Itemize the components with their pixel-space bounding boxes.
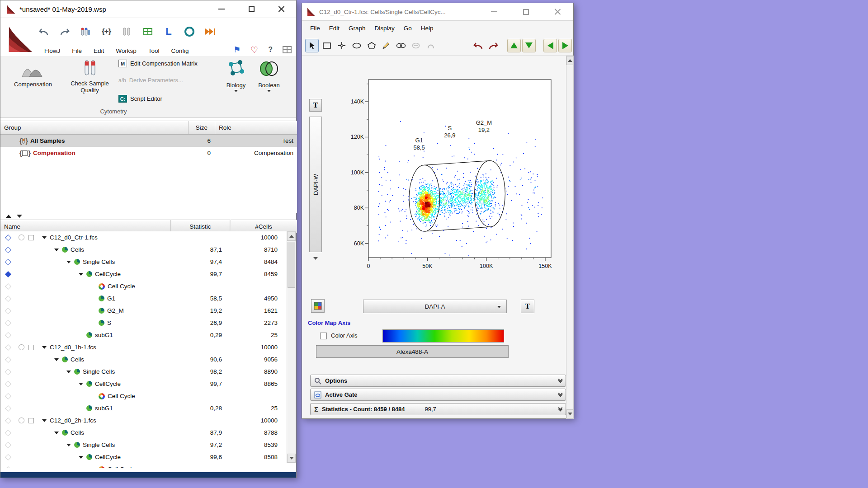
boolean-menu-button[interactable]: Boolean	[254, 59, 284, 92]
group-row[interactable]: Compensation0Compensation	[0, 147, 297, 159]
minimize-button[interactable]	[207, 0, 236, 18]
tree-node[interactable]: CellCycle	[79, 380, 121, 387]
scroll-down-button[interactable]	[287, 454, 296, 463]
tree-row[interactable]: subG10,2825	[0, 402, 287, 414]
select-tool-button[interactable]	[305, 39, 319, 52]
scroll-up-button[interactable]	[566, 56, 573, 65]
edit-compensation-matrix-button[interactable]: M Edit Compensation Matrix	[118, 60, 198, 67]
scroll-up-button[interactable]	[287, 232, 296, 241]
selection-diamond-icon[interactable]	[5, 429, 11, 436]
tree-row[interactable]: Cells90,69056	[0, 353, 287, 366]
tree-row[interactable]: Single Cells97,48484	[0, 256, 287, 268]
cells-col-header[interactable]: #Cells	[230, 220, 297, 233]
scroll-down-button[interactable]	[566, 409, 573, 418]
ribbon-tab-config[interactable]: Config	[165, 46, 195, 56]
menu-help[interactable]: Help	[416, 25, 438, 32]
graph-scrollbar[interactable]	[566, 56, 574, 419]
maximize-button[interactable]	[236, 0, 266, 18]
selection-diamond-icon[interactable]	[5, 332, 11, 338]
expand-caret-icon[interactable]	[79, 456, 83, 459]
size-col-header[interactable]: Size	[189, 121, 215, 134]
expand-caret-icon[interactable]	[66, 261, 71, 263]
tree-node[interactable]: Cell Cycle	[91, 393, 135, 399]
menu-go[interactable]: Go	[399, 25, 416, 32]
check-sample-quality-button[interactable]: Check Sample Quality	[68, 60, 111, 94]
selection-diamond-icon[interactable]	[5, 380, 11, 387]
tree-node[interactable]: CellCycle	[79, 454, 121, 460]
rectangle-gate-tool[interactable]	[320, 39, 334, 52]
batch-button[interactable]	[203, 24, 217, 39]
group-col-header[interactable]: Group	[0, 121, 189, 134]
quad-gate-tool[interactable]	[335, 39, 349, 52]
expand-caret-icon[interactable]	[42, 419, 47, 422]
tree-node[interactable]: Cell Cycle	[91, 466, 135, 468]
tree-node[interactable]: Single Cells	[66, 441, 115, 448]
tree-row[interactable]: C12_d0_2h-1.fcs10000	[0, 414, 287, 427]
tree-node[interactable]: S	[91, 319, 111, 326]
graph-redo-button[interactable]	[486, 39, 500, 52]
menu-graph[interactable]: Graph	[344, 25, 370, 32]
tree-node[interactable]: C12_d0_1h-1.fcs	[42, 344, 96, 351]
tree-row[interactable]: subG10,2925	[0, 329, 287, 341]
menu-display[interactable]: Display	[370, 25, 399, 32]
ribbon-tab-file[interactable]: File	[66, 46, 88, 56]
layout-editor-button[interactable]: L	[161, 24, 176, 39]
tree-row[interactable]: Cell Cycle	[0, 463, 287, 468]
tree-node[interactable]: C12_d0_2h-1.fcs	[42, 417, 96, 424]
tree-row[interactable]: CellCycle99,78865	[0, 378, 287, 390]
tree-row[interactable]: G2_M19,21621	[0, 305, 287, 317]
y-axis-text-button[interactable]: T	[309, 99, 322, 112]
expand-caret-icon[interactable]	[79, 383, 83, 385]
close-button[interactable]	[542, 3, 573, 20]
table-editor-button[interactable]	[141, 24, 155, 39]
ellipse-gate-tool[interactable]	[350, 39, 363, 52]
color-axis-checkbox[interactable]	[320, 333, 327, 339]
bookmark-icon[interactable]: ⚑	[233, 45, 241, 55]
expand-caret-icon[interactable]	[42, 346, 47, 349]
selection-diamond-icon[interactable]	[5, 258, 11, 265]
close-button[interactable]	[266, 0, 296, 18]
tree-row[interactable]: G158,54950	[0, 292, 287, 305]
tree-node[interactable]: subG1	[79, 332, 113, 338]
pencil-gate-tool[interactable]	[379, 39, 393, 52]
name-col-header[interactable]: Name	[0, 220, 171, 233]
pseudocolor-button[interactable]	[311, 299, 325, 313]
derive-parameters-button[interactable]: {+}	[99, 24, 113, 39]
selection-diamond-icon[interactable]	[5, 344, 11, 350]
ribbon-tab-worksp[interactable]: Worksp	[110, 46, 142, 56]
menu-edit[interactable]: Edit	[325, 25, 344, 32]
tree-node[interactable]: Cells	[54, 246, 84, 253]
role-col-header[interactable]: Role	[215, 121, 297, 134]
graph-titlebar[interactable]: C12_d0_Ctr-1.fcs: Cells/Single Cells/Cel…	[302, 3, 573, 21]
color-parameter-button[interactable]: Alexa488-A	[316, 345, 509, 358]
y-axis-parameter-button[interactable]: DAPI-W	[309, 117, 322, 252]
favorites-heart-icon[interactable]: ♡	[250, 45, 258, 55]
tree-row[interactable]: CellCycle99,78459	[0, 268, 287, 280]
expand-caret-icon[interactable]	[66, 371, 71, 373]
statistics-panel[interactable]: Σ Statistics - Count: 8459 / 8484 99,7	[310, 403, 566, 415]
ancestry-down-button[interactable]	[522, 39, 536, 52]
help-icon[interactable]: ?	[268, 46, 273, 54]
tree-row[interactable]: C12_d0_Ctr-1.fcs10000	[0, 231, 287, 244]
tree-node[interactable]: G2_M	[91, 307, 124, 314]
undo-button[interactable]	[37, 24, 51, 39]
selection-diamond-icon[interactable]	[5, 417, 11, 423]
derive-parameters-menu-button[interactable]: a/b Derive Parameters...	[118, 77, 183, 84]
ribbon-tab-edit[interactable]: Edit	[88, 46, 110, 56]
tree-row[interactable]: Single Cells98,28890	[0, 366, 287, 378]
compensation-button[interactable]: Compensation	[8, 60, 58, 88]
tree-row[interactable]: Cell Cycle	[0, 280, 287, 292]
options-panel[interactable]: Options	[310, 375, 566, 387]
selection-diamond-icon[interactable]	[5, 454, 11, 460]
graph-undo-button[interactable]	[472, 39, 485, 52]
expand-caret-icon[interactable]	[42, 236, 47, 239]
selection-diamond-icon[interactable]	[5, 234, 11, 240]
expand-caret-icon[interactable]	[66, 444, 71, 446]
next-sample-button[interactable]	[558, 39, 572, 52]
ribbon-tab-tool[interactable]: Tool	[142, 46, 165, 56]
workspace-scrollbar[interactable]	[287, 231, 296, 463]
sample-circle-icon[interactable]	[19, 418, 24, 423]
menu-file[interactable]: File	[306, 25, 325, 32]
y-axis-scroll-down[interactable]	[311, 255, 320, 262]
sample-rack-button[interactable]	[120, 24, 134, 39]
